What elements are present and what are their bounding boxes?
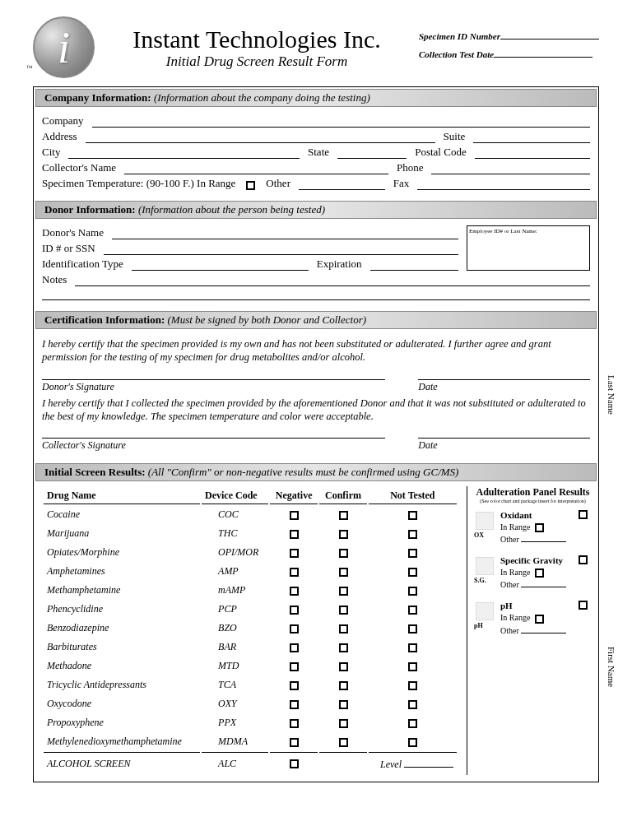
not-tested-checkbox[interactable] (408, 587, 417, 596)
alcohol-checkbox[interactable] (290, 759, 299, 768)
not-tested-checkbox[interactable] (408, 738, 417, 747)
form-title: Initial Drug Screen Result Form (107, 53, 407, 70)
alcohol-name: ALCOHOL SCREEN (44, 752, 200, 773)
city-input[interactable] (68, 147, 300, 159)
not-tested-checkbox[interactable] (408, 643, 417, 652)
inrange-checkbox[interactable] (535, 569, 544, 578)
donor-signature[interactable]: Donor's Signature (42, 379, 385, 393)
alcohol-row: ALCOHOL SCREENALCLevel (44, 752, 457, 773)
company-input[interactable] (92, 116, 590, 128)
address-input[interactable] (86, 132, 435, 143)
donor-name-input[interactable] (112, 228, 458, 239)
adult-checkbox[interactable] (579, 555, 588, 564)
donor-sig-date[interactable]: Date (418, 379, 590, 393)
confirm-checkbox[interactable] (339, 568, 348, 577)
device-code: mAMP (202, 582, 268, 599)
not-tested-checkbox[interactable] (408, 700, 417, 709)
side-label-first-name: First Name (606, 647, 616, 687)
notes-input-2[interactable] (42, 289, 590, 300)
not-tested-checkbox[interactable] (408, 662, 417, 671)
confirm-checkbox[interactable] (339, 511, 348, 520)
negative-checkbox[interactable] (290, 719, 299, 728)
device-code: AMP (202, 563, 268, 580)
drug-row: MethylenedioxymethamphetamineMDMA (44, 733, 457, 750)
confirm-checkbox[interactable] (339, 530, 348, 539)
collector-input[interactable] (124, 163, 388, 174)
phone-input[interactable] (431, 163, 590, 174)
adult-checkbox[interactable] (579, 510, 588, 519)
confirm-checkbox[interactable] (339, 662, 348, 671)
employee-id-box[interactable]: Employee ID# or Last Name: (467, 225, 590, 271)
id-type-input[interactable] (132, 259, 309, 271)
device-code: COC (202, 506, 268, 523)
fax-input[interactable] (417, 179, 590, 190)
confirm-checkbox[interactable] (339, 549, 348, 558)
not-tested-checkbox[interactable] (408, 624, 417, 633)
adult-other-input[interactable] (521, 587, 566, 587)
alcohol-code: ALC (202, 752, 268, 773)
inrange-checkbox[interactable] (535, 615, 544, 624)
confirm-checkbox[interactable] (339, 700, 348, 709)
drug-row: OxycodoneOXY (44, 695, 457, 712)
collector-signature[interactable]: Collector's Signature (42, 438, 385, 452)
donor-id-input[interactable] (104, 244, 458, 255)
not-tested-checkbox[interactable] (408, 530, 417, 539)
device-code: PPX (202, 714, 268, 731)
drug-name: Marijuana (44, 525, 200, 542)
cert-section-header: Certification Information: (Must be sign… (35, 311, 597, 329)
inrange-checkbox[interactable] (535, 523, 544, 532)
confirm-checkbox[interactable] (339, 606, 348, 615)
adult-other-input[interactable] (521, 633, 566, 633)
negative-checkbox[interactable] (290, 700, 299, 709)
not-tested-checkbox[interactable] (408, 681, 417, 690)
negative-checkbox[interactable] (290, 568, 299, 577)
confirm-checkbox[interactable] (339, 587, 348, 596)
postal-input[interactable] (475, 147, 590, 159)
negative-checkbox[interactable] (290, 681, 299, 690)
drug-name: Oxycodone (44, 695, 200, 712)
state-input[interactable] (337, 147, 407, 159)
drug-name: Methamphetamine (44, 582, 200, 599)
collector-sig-date[interactable]: Date (418, 438, 590, 452)
temp-inrange-checkbox[interactable] (246, 181, 255, 190)
not-tested-checkbox[interactable] (408, 549, 417, 558)
confirm-checkbox[interactable] (339, 719, 348, 728)
not-tested-checkbox[interactable] (408, 606, 417, 615)
expiration-input[interactable] (370, 259, 458, 271)
not-tested-checkbox[interactable] (408, 511, 417, 520)
donor-section-header: Donor Information: (Information about th… (35, 201, 597, 219)
alcohol-level-input[interactable] (404, 756, 453, 768)
drug-name: Phencyclidine (44, 601, 200, 618)
temp-other-input[interactable] (299, 179, 385, 190)
negative-checkbox[interactable] (290, 511, 299, 520)
drug-name: Opiates/Morphine (44, 544, 200, 561)
confirm-checkbox[interactable] (339, 624, 348, 633)
negative-checkbox[interactable] (290, 643, 299, 652)
notes-input[interactable] (75, 275, 590, 286)
adult-checkbox[interactable] (579, 601, 588, 610)
negative-checkbox[interactable] (290, 624, 299, 633)
negative-checkbox[interactable] (290, 606, 299, 615)
specimen-id-field[interactable]: Specimen ID Number (419, 30, 599, 41)
confirm-checkbox[interactable] (339, 643, 348, 652)
adult-other-input[interactable] (521, 541, 566, 542)
color-swatch (476, 512, 494, 530)
collection-date-field[interactable]: Collection Test Date (419, 48, 599, 59)
negative-checkbox[interactable] (290, 530, 299, 539)
suite-input[interactable] (473, 132, 590, 143)
company-label: Company (42, 114, 84, 128)
confirm-checkbox[interactable] (339, 681, 348, 690)
device-code: OPI/MOR (202, 544, 268, 561)
confirm-checkbox[interactable] (339, 738, 348, 747)
negative-checkbox[interactable] (290, 738, 299, 747)
not-tested-checkbox[interactable] (408, 568, 417, 577)
negative-checkbox[interactable] (290, 662, 299, 671)
drug-name: Amphetamines (44, 563, 200, 580)
not-tested-checkbox[interactable] (408, 719, 417, 728)
negative-checkbox[interactable] (290, 549, 299, 558)
device-code: THC (202, 525, 268, 542)
device-code: OXY (202, 695, 268, 712)
negative-checkbox[interactable] (290, 587, 299, 596)
device-code: MTD (202, 657, 268, 675)
device-code: TCA (202, 676, 268, 694)
